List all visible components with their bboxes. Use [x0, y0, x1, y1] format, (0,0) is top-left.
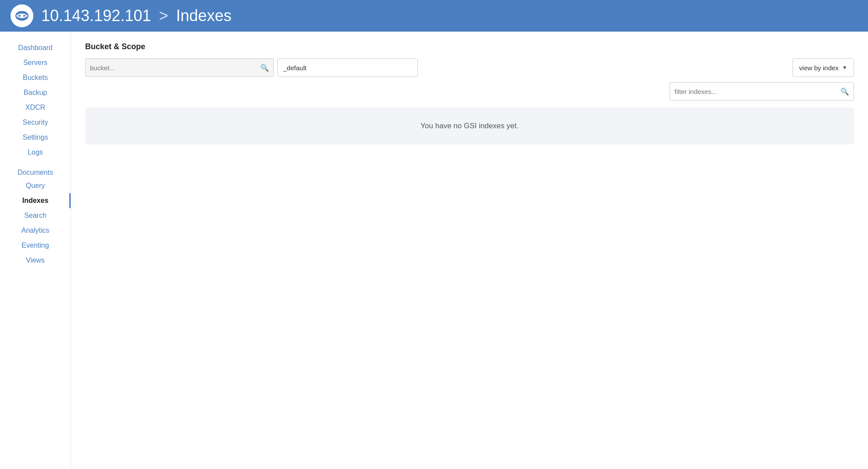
sidebar-item-settings[interactable]: Settings [0, 130, 71, 145]
app-logo [11, 4, 33, 27]
sidebar-item-query[interactable]: Query [0, 178, 71, 193]
sidebar-documents-section: Documents Query Indexes Search Analytics… [0, 163, 71, 268]
sidebar-item-security[interactable]: Security [0, 115, 71, 130]
sidebar-item-logs[interactable]: Logs [0, 145, 71, 160]
controls-row: 🔍 view by index ▼ [85, 58, 854, 77]
sidebar-item-analytics[interactable]: Analytics [0, 223, 71, 238]
filter-indexes-input[interactable] [674, 88, 840, 95]
sidebar-item-search[interactable]: Search [0, 208, 71, 223]
bucket-search-wrap: 🔍 [85, 58, 274, 77]
bucket-search-input[interactable] [90, 64, 258, 72]
section-title: Bucket & Scope [85, 42, 854, 51]
view-by-dropdown[interactable]: view by index ▼ [793, 58, 854, 77]
sidebar-item-xdcr[interactable]: XDCR [0, 100, 71, 115]
scope-input[interactable] [277, 58, 418, 77]
empty-state-message: You have no GSI indexes yet. [420, 122, 518, 130]
filter-row: 🔍 [85, 82, 854, 101]
filter-input-wrap: 🔍 [670, 82, 854, 101]
sidebar-item-dashboard[interactable]: Dashboard [0, 40, 71, 55]
header-title: 10.143.192.101 > Indexes [41, 7, 231, 25]
sidebar: Dashboard Servers Buckets Backup XDCR Se… [0, 32, 71, 469]
view-by-label: view by index [799, 64, 839, 72]
main-content: Bucket & Scope 🔍 view by index ▼ 🔍 You h… [71, 32, 868, 469]
header-separator: > [159, 7, 168, 25]
sidebar-item-backup[interactable]: Backup [0, 85, 71, 100]
svg-point-2 [21, 14, 24, 18]
header-page: Indexes [176, 7, 231, 25]
sidebar-item-buckets[interactable]: Buckets [0, 70, 71, 85]
sidebar-item-eventing[interactable]: Eventing [0, 238, 71, 253]
sidebar-top-section: Dashboard Servers Buckets Backup XDCR Se… [0, 40, 71, 160]
sidebar-item-indexes[interactable]: Indexes [0, 193, 71, 208]
sidebar-item-views[interactable]: Views [0, 253, 71, 268]
app-header: 10.143.192.101 > Indexes [0, 0, 868, 32]
sidebar-item-servers[interactable]: Servers [0, 55, 71, 70]
chevron-down-icon: ▼ [842, 65, 847, 71]
header-ip: 10.143.192.101 [41, 7, 151, 25]
empty-state: You have no GSI indexes yet. [85, 108, 854, 144]
sidebar-section-documents[interactable]: Documents [0, 163, 71, 178]
filter-search-icon: 🔍 [840, 87, 849, 96]
bucket-search-icon: 🔍 [260, 64, 269, 72]
